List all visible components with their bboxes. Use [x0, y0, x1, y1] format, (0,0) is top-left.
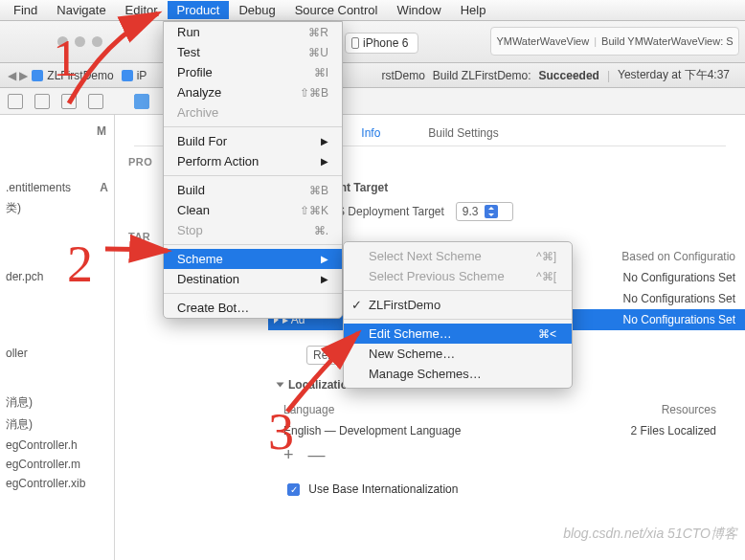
nav-icon[interactable]: [88, 94, 103, 109]
breadcrumb-bar: ◀ ▶ ZLFirstDemo iP rstDemo Build ZLFirst…: [0, 63, 745, 88]
sep-icon: |: [594, 35, 597, 47]
crumb-label: ZLFirstDemo: [47, 69, 113, 82]
deployment-target-header[interactable]: loyment Target: [306, 181, 726, 194]
menu-item-test[interactable]: Test⌘U: [164, 42, 342, 62]
submenu-item-zlfirstdemo[interactable]: ✓ZLFirstDemo: [344, 295, 572, 315]
menu-window[interactable]: Window: [387, 1, 450, 19]
product-menu-dropdown: Run⌘RTest⌘UProfile⌘IAnalyze⇧⌘BArchiveBui…: [163, 21, 343, 319]
status-time: Yesterday at 下午4:37: [618, 67, 730, 83]
file-item[interactable]: egController.h: [4, 436, 110, 455]
device-label: iPhone 6: [363, 36, 408, 50]
outline-icon[interactable]: [134, 94, 149, 109]
file-item[interactable]: 消息): [4, 392, 110, 414]
select-value: 9.3: [463, 205, 479, 218]
crumb-label: iP: [137, 69, 147, 82]
disclosure-icon: [277, 383, 284, 388]
deployment-label: iOS Deployment Target: [326, 205, 444, 218]
status-result: Succeeded: [539, 69, 599, 82]
status-left: rstDemo: [381, 69, 424, 82]
project-icon: [122, 70, 133, 81]
activity-status: YMWaterWaveView | Build YMWaterWaveView:…: [490, 27, 739, 56]
traffic-max-icon[interactable]: [92, 36, 102, 47]
scheme-device-selector[interactable]: iPhone 6: [345, 33, 418, 54]
submenu-item-select-previous-scheme: Select Previous Scheme^⌘[: [344, 266, 572, 286]
nav-icon[interactable]: [34, 94, 50, 109]
menu-editor[interactable]: Editor: [116, 1, 168, 19]
menu-item-archive: Archive: [164, 102, 342, 123]
menu-item-stop: Stop⌘.: [164, 220, 342, 240]
build-status: rstDemo Build ZLFirstDemo: Succeeded | Y…: [381, 67, 730, 83]
use-base-label: Use Base Internationalization: [308, 482, 458, 496]
activity-detail: Build YMWaterWaveView: S: [601, 35, 734, 47]
menu-find[interactable]: Find: [4, 1, 47, 19]
file-item[interactable]: 类): [4, 197, 110, 219]
menu-debug[interactable]: Debug: [229, 1, 284, 19]
menu-item-profile[interactable]: Profile⌘I: [164, 62, 342, 82]
nav-icon[interactable]: [61, 94, 77, 109]
traffic-min-icon[interactable]: [75, 36, 85, 47]
status-mid: Build ZLFirstDemo:: [433, 69, 531, 82]
menu-navigate[interactable]: Navigate: [47, 1, 115, 19]
traffic-close-icon[interactable]: [57, 36, 68, 47]
menu-item-perform-action[interactable]: Perform Action▶: [164, 151, 342, 171]
submenu-item-select-next-scheme: Select Next Scheme^⌘]: [344, 246, 572, 266]
crumb-2[interactable]: iP: [122, 69, 147, 82]
localizations-table: Language Resources English — Development…: [278, 399, 735, 469]
menu-source-control[interactable]: Source Control: [285, 1, 388, 19]
add-remove-row: + —: [278, 441, 735, 469]
menu-item-build[interactable]: Build⌘B: [164, 180, 342, 200]
phone-icon: [351, 37, 359, 49]
file-item[interactable]: oller: [4, 344, 110, 363]
file-item[interactable]: .entitlements A: [4, 178, 110, 197]
menu-item-scheme[interactable]: Scheme▶: [164, 249, 342, 269]
navigator-panel: M .entitlements A 类) der.pch oller 消息) 消…: [0, 115, 115, 560]
crumb-1[interactable]: ◀ ▶ ZLFirstDemo: [8, 69, 114, 82]
menu-help[interactable]: Help: [451, 1, 496, 19]
file-item[interactable]: der.pch: [4, 267, 110, 286]
activity-title: YMWaterWaveView: [496, 35, 589, 47]
file-item[interactable]: egController.m: [4, 455, 110, 474]
remove-button[interactable]: —: [308, 445, 326, 464]
submenu-item-manage-schemes-[interactable]: Manage Schemes…: [344, 364, 572, 384]
table-row[interactable]: English — Development Language 2 Files L…: [278, 420, 735, 441]
project-icon: [32, 70, 43, 81]
dropdown-arrows-icon: [485, 205, 498, 218]
res-header: Resources: [567, 399, 735, 420]
nav-icon[interactable]: [8, 94, 23, 109]
tab-build-settings[interactable]: Build Settings: [428, 126, 498, 140]
window-traffic-lights: [57, 36, 102, 47]
tab-info[interactable]: Info: [361, 126, 380, 140]
lang-header: Language: [278, 399, 567, 420]
menu-product[interactable]: Product: [168, 1, 230, 19]
watermark: blog.csdn.net/xia 51CTO博客: [563, 526, 737, 543]
navigator-strip: [0, 88, 745, 115]
deployment-target-select[interactable]: 9.3: [456, 202, 513, 221]
menu-item-clean[interactable]: Clean⇧⌘K: [164, 200, 342, 220]
submenu-item-edit-scheme-[interactable]: Edit Scheme…⌘<: [344, 324, 572, 344]
menu-item-run[interactable]: Run⌘R: [164, 22, 342, 42]
scheme-submenu: Select Next Scheme^⌘]Select Previous Sch…: [343, 241, 573, 389]
toolbar: iPhone 6 YMWaterWaveView | Build YMWater…: [0, 21, 745, 63]
add-button[interactable]: +: [283, 445, 294, 464]
menu-item-create-bot-[interactable]: Create Bot…: [164, 298, 342, 318]
use-base-checkbox[interactable]: ✓: [287, 483, 300, 496]
mod-header: M: [4, 123, 110, 140]
submenu-item-new-scheme-[interactable]: New Scheme…: [344, 344, 572, 364]
file-item[interactable]: egController.xib: [4, 474, 110, 493]
menu-item-build-for[interactable]: Build For▶: [164, 131, 342, 151]
menu-item-analyze[interactable]: Analyze⇧⌘B: [164, 82, 342, 102]
file-item[interactable]: 消息): [4, 414, 110, 436]
menubar: Find Navigate Editor Product Debug Sourc…: [0, 0, 745, 21]
menu-item-destination[interactable]: Destination▶: [164, 269, 342, 289]
